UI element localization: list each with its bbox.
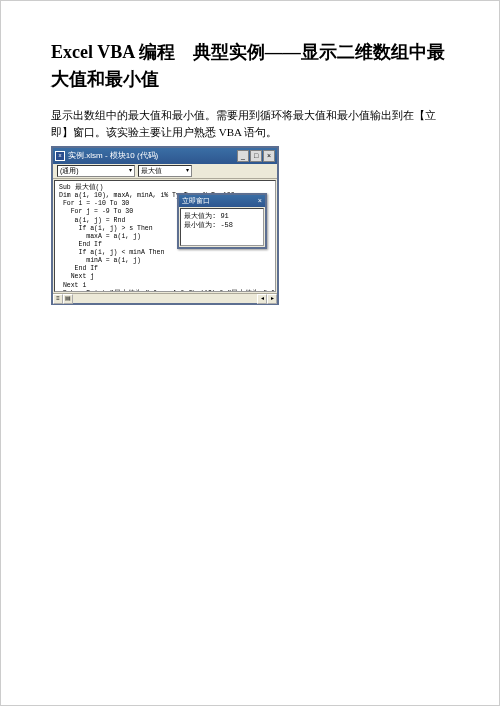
code-line: Sub 最大值() [59,184,271,192]
code-line: End If [59,265,271,273]
immediate-line: 最小值为: -58 [184,221,260,230]
close-button[interactable]: × [263,150,275,162]
maximize-button[interactable]: □ [250,150,262,162]
document-title: Excel VBA 编程 典型实例——显示二维数组中最大值和最小值 [51,39,449,93]
immediate-body: 最大值为: 91 最小值为: -58 [180,208,264,246]
vbe-toolbar: (通用) ▾ 最大值 ▾ [53,164,277,179]
vbe-window: x 实例.xlsm - 模块10 (代码) _ □ × (通用) ▾ 最大值 ▾… [51,146,279,305]
procedure-dropdown[interactable]: 最大值 ▾ [138,165,192,177]
code-line: Next i [59,282,271,290]
chevron-down-icon: ▾ [129,166,132,176]
vbe-icon: x [55,151,65,161]
scroll-right-icon[interactable]: ▸ [267,294,277,304]
vbe-window-title: 实例.xlsm - 模块10 (代码) [68,150,158,163]
view-mode-icon[interactable]: ▤ [63,294,73,304]
chevron-down-icon: ▾ [186,166,189,176]
immediate-window[interactable]: 立即窗口 × 最大值为: 91 最小值为: -58 [177,193,267,249]
object-dropdown-value: (通用) [60,165,79,176]
code-scrollbar[interactable]: ≡ ▤ ◂ ▸ [53,293,277,303]
scroll-left-icon[interactable]: ◂ [257,294,267,304]
code-line: If a(i, j) < minA Then [59,249,271,257]
immediate-line: 最大值为: 91 [184,212,260,221]
procedure-dropdown-value: 最大值 [141,165,162,176]
vbe-titlebar: x 实例.xlsm - 模块10 (代码) _ □ × [53,148,277,164]
code-pane[interactable]: Sub 最大值()Dim a(1, 10), maxA, minA, i% Ty… [54,180,276,292]
code-line: Debug.Print "最大值为:" & maxA & Chr(13) & "… [59,290,271,292]
code-line: minA = a(i, j) [59,257,271,265]
immediate-title: 立即窗口 [182,197,210,206]
minimize-button[interactable]: _ [237,150,249,162]
close-icon[interactable]: × [258,197,262,206]
body-paragraph: 显示出数组中的最大值和最小值。需要用到循环将最大值和最小值输出到在【立即】窗口。… [51,107,449,140]
immediate-titlebar: 立即窗口 × [179,195,265,207]
code-line: Next j [59,273,271,281]
object-dropdown[interactable]: (通用) ▾ [57,165,135,177]
view-mode-icon[interactable]: ≡ [53,294,63,304]
